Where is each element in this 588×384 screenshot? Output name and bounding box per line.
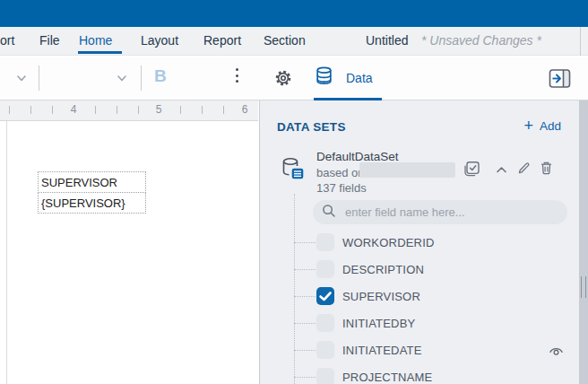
collapse-panel-icon[interactable] [549, 68, 572, 93]
field-checkbox[interactable] [316, 260, 334, 278]
field-checkbox[interactable] [316, 341, 334, 359]
overflow-menu-icon[interactable] [236, 68, 238, 83]
menu-item-layout[interactable]: Layout [141, 33, 178, 48]
dataset-source-redacted-block [359, 162, 455, 178]
dataset-based-on-label: based on [316, 166, 365, 179]
field-row-workorderid[interactable]: WORKORDERID [260, 229, 588, 256]
menu-item-report[interactable]: Report [203, 33, 241, 48]
field-checkbox[interactable] [316, 233, 334, 251]
validate-fields-icon[interactable] [463, 161, 480, 181]
add-dataset-label: Add [540, 119, 561, 133]
field-row-projectname[interactable]: PROJECTNAME [260, 363, 588, 384]
gear-icon[interactable] [272, 67, 294, 92]
field-label: PROJECTNAME [342, 371, 432, 384]
delete-dataset-trash-icon[interactable] [539, 161, 554, 179]
field-row-initiatedate[interactable]: INITIATEDATE [260, 336, 588, 363]
ruler-label: 5 [150, 103, 168, 116]
field-checkbox[interactable] [316, 287, 334, 305]
menu-item-file[interactable]: File [39, 33, 60, 48]
page-edge-line [6, 121, 7, 384]
toolbar: B Data [0, 56, 588, 100]
textbox-supervisor-field[interactable]: {SUPERVISOR} [38, 192, 146, 214]
field-label: INITIATEDATE [342, 344, 422, 357]
field-row-initiatedby[interactable]: INITIATEDBY [260, 310, 588, 336]
field-label: WORKORDERID [342, 236, 435, 249]
menu-item-truncated[interactable]: ort [0, 33, 14, 48]
field-label: SUPERVISOR [342, 290, 420, 303]
dataset-icon [281, 156, 306, 185]
textbox-supervisor-label[interactable]: SUPERVISOR [38, 171, 146, 193]
field-search-input[interactable] [343, 205, 558, 220]
plus-icon: + [523, 118, 533, 134]
collapse-dataset-chevron-up-icon[interactable] [495, 163, 508, 179]
field-search-box[interactable] [313, 200, 567, 224]
field-label: DESCRIPTION [342, 263, 424, 276]
toolbar-separator [141, 65, 142, 91]
panel-scrollbar[interactable] [579, 100, 588, 384]
dataset-name: DefaultDataSet [316, 150, 399, 163]
unsaved-changes-indicator: * Unsaved Changes * [421, 33, 541, 48]
document-title: Untitled [366, 33, 408, 48]
dataset-field-count: 137 fields [316, 181, 367, 195]
datasets-panel: DATA SETS + Add DefaultDataSet based on … [259, 100, 588, 384]
ruler-label: 6 [236, 103, 254, 116]
scrollbar-thumb[interactable] [581, 276, 586, 298]
edit-dataset-pencil-icon[interactable] [516, 161, 532, 179]
titlebar [0, 0, 588, 27]
field-checkbox[interactable] [316, 368, 334, 384]
add-dataset-button[interactable]: + Add [523, 118, 561, 134]
menubar: ort File Home Layout Report Section Unti… [0, 27, 588, 56]
field-label: INITIATEDBY [342, 317, 415, 330]
field-row-supervisor[interactable]: SUPERVISOR [260, 283, 588, 310]
field-checkbox[interactable] [316, 314, 334, 332]
eye-icon[interactable] [549, 345, 564, 361]
toolbar-separator [39, 65, 39, 91]
tab-data[interactable]: Data [314, 65, 373, 90]
field-row-description[interactable]: DESCRIPTION [260, 256, 588, 283]
panel-title: DATA SETS [277, 120, 346, 134]
tab-data-label: Data [346, 71, 373, 85]
search-icon [322, 204, 336, 222]
report-designer-app: ort File Home Layout Report Section Unti… [0, 0, 588, 384]
database-icon [314, 65, 334, 90]
horizontal-ruler: 4 5 6 [0, 100, 258, 121]
design-canvas[interactable]: SUPERVISOR {SUPERVISOR} [0, 121, 259, 384]
ruler-label: 4 [65, 103, 82, 116]
chevron-down-icon[interactable] [15, 72, 28, 88]
bold-button[interactable]: B [154, 66, 167, 86]
menu-item-section[interactable]: Section [264, 33, 306, 48]
menu-item-home[interactable]: Home [79, 33, 112, 48]
chevron-down-icon[interactable] [116, 72, 128, 88]
